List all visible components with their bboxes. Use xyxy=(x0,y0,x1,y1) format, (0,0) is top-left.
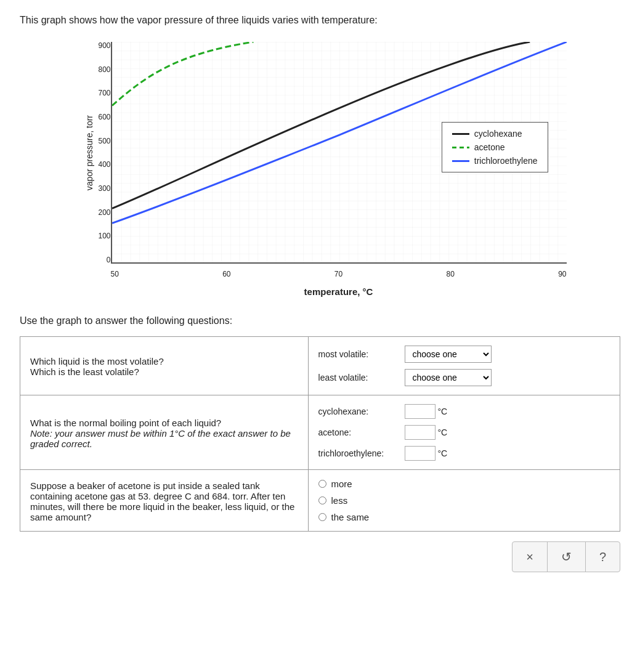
cyclohexane-bp-row: cyclohexane: °C xyxy=(318,404,610,419)
cyclohexane-unit: °C xyxy=(438,407,448,416)
y-tick-800: 800 xyxy=(86,66,111,73)
cyclohexane-legend-line xyxy=(452,133,469,135)
x-tick-70: 70 xyxy=(334,270,342,278)
y-tick-400: 400 xyxy=(86,161,111,168)
most-volatile-label: most volatile: xyxy=(318,349,405,359)
chart-area: cyclohexane acetone trichloroethylene xyxy=(111,42,567,264)
same-radio-label[interactable]: the same xyxy=(331,512,370,522)
button-bar: × ↺ ? xyxy=(512,541,620,572)
x-tick-labels: 50 60 70 80 90 xyxy=(111,270,567,278)
close-button[interactable]: × xyxy=(512,542,548,572)
legend-cyclohexane: cyclohexane xyxy=(452,129,538,139)
boiling-point-question: What is the normal boiling point of each… xyxy=(30,418,298,428)
boiling-point-question-cell: What is the normal boiling point of each… xyxy=(20,395,309,470)
trichloroethylene-bp-input[interactable] xyxy=(405,446,435,461)
y-tick-100: 100 xyxy=(86,232,111,240)
same-radio-row: the same xyxy=(318,512,610,522)
more-radio[interactable] xyxy=(318,480,326,488)
acetone-bp-input[interactable] xyxy=(405,425,435,440)
more-radio-row: more xyxy=(318,479,610,489)
legend-trichloroethylene: trichloroethylene xyxy=(452,156,538,166)
acetone-legend-line xyxy=(452,147,469,148)
beaker-question-cell: Suppose a beaker of acetone is put insid… xyxy=(20,470,309,532)
volatility-answer-cell: most volatile: choose one cyclohexane ac… xyxy=(308,337,620,395)
same-radio[interactable] xyxy=(318,513,326,521)
trichloroethylene-legend-label: trichloroethylene xyxy=(474,156,538,166)
less-radio[interactable] xyxy=(318,496,326,504)
legend: cyclohexane acetone trichloroethylene xyxy=(442,122,548,172)
y-tick-900: 900 xyxy=(86,42,111,49)
help-button[interactable]: ? xyxy=(586,542,620,572)
more-radio-label[interactable]: more xyxy=(331,479,352,489)
table-row-volatility: Which liquid is the most volatile? Which… xyxy=(20,337,620,395)
x-tick-90: 90 xyxy=(558,270,566,278)
questions-intro-text: Use the graph to answer the following qu… xyxy=(20,315,620,326)
least-volatile-select[interactable]: choose one cyclohexane acetone trichloro… xyxy=(405,369,492,386)
y-tick-300: 300 xyxy=(86,185,111,192)
intro-text: This graph shows how the vapor pressure … xyxy=(20,15,620,26)
less-radio-label[interactable]: less xyxy=(331,495,348,506)
least-volatile-question: Which is the least volatile? xyxy=(30,366,298,377)
most-volatile-select[interactable]: choose one cyclohexane acetone trichloro… xyxy=(405,346,492,363)
y-tick-0: 0 xyxy=(86,256,111,264)
y-tick-labels: 0 100 200 300 400 500 600 700 800 900 xyxy=(86,42,111,264)
qa-table: Which liquid is the most volatile? Which… xyxy=(20,336,620,532)
x-tick-80: 80 xyxy=(446,270,454,278)
trichloroethylene-bp-row: trichloroethylene: °C xyxy=(318,446,610,461)
trichloroethylene-bp-label: trichloroethylene: xyxy=(318,448,405,458)
acetone-unit: °C xyxy=(438,427,448,437)
acetone-legend-label: acetone xyxy=(474,142,505,152)
x-tick-60: 60 xyxy=(222,270,230,278)
boiling-point-note: Note: your answer must be within 1°C of … xyxy=(30,428,298,449)
acetone-bp-label: acetone: xyxy=(318,427,405,437)
table-row-boiling-points: What is the normal boiling point of each… xyxy=(20,395,620,470)
beaker-answer-cell: more less the same xyxy=(308,470,620,532)
cyclohexane-bp-input[interactable] xyxy=(405,404,435,419)
y-tick-200: 200 xyxy=(86,209,111,216)
less-radio-row: less xyxy=(318,495,610,506)
bottom-buttons: × ↺ ? xyxy=(20,541,620,572)
least-volatile-label: least volatile: xyxy=(318,373,405,383)
x-axis-label: temperature, °C xyxy=(111,286,567,297)
beaker-question: Suppose a beaker of acetone is put insid… xyxy=(30,480,298,522)
y-tick-500: 500 xyxy=(86,137,111,145)
table-row-beaker: Suppose a beaker of acetone is put insid… xyxy=(20,470,620,532)
boiling-point-answer-cell: cyclohexane: °C acetone: °C trichloroeth… xyxy=(308,395,620,470)
legend-acetone: acetone xyxy=(452,142,538,152)
cyclohexane-bp-label: cyclohexane: xyxy=(318,407,405,416)
cyclohexane-legend-label: cyclohexane xyxy=(474,129,522,139)
reset-button[interactable]: ↺ xyxy=(548,542,586,572)
least-volatile-row: least volatile: choose one cyclohexane a… xyxy=(318,369,610,386)
y-tick-600: 600 xyxy=(86,113,111,121)
trichloroethylene-unit: °C xyxy=(438,448,448,458)
y-tick-700: 700 xyxy=(86,89,111,97)
graph-container: vapor pressure, torr 0 100 200 300 400 5… xyxy=(68,36,573,301)
trichloroethylene-legend-line xyxy=(452,160,469,162)
x-tick-50: 50 xyxy=(111,270,119,278)
acetone-bp-row: acetone: °C xyxy=(318,425,610,440)
volatility-question-cell: Which liquid is the most volatile? Which… xyxy=(20,337,309,395)
most-volatile-question: Which liquid is the most volatile? xyxy=(30,356,298,366)
most-volatile-row: most volatile: choose one cyclohexane ac… xyxy=(318,346,610,363)
